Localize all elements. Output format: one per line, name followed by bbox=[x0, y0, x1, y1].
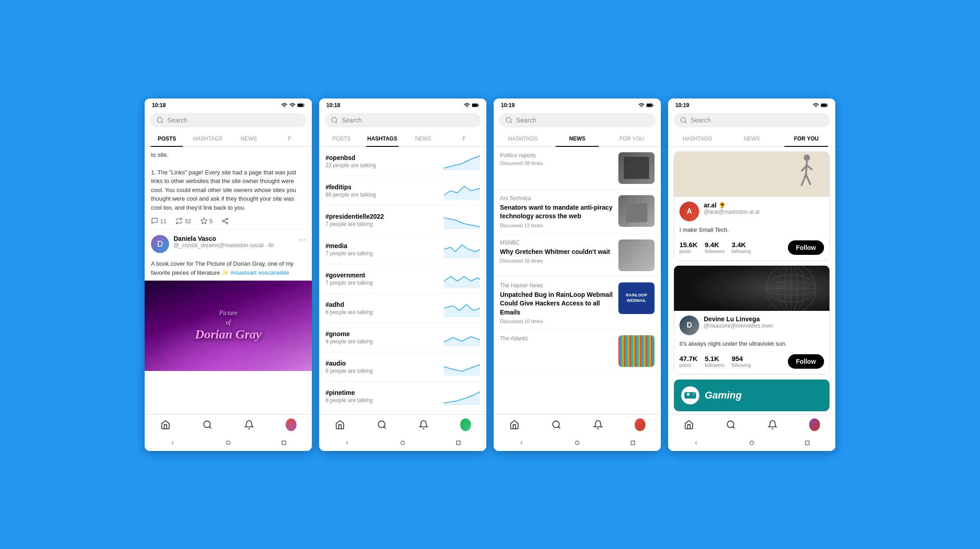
recent-btn-4[interactable] bbox=[803, 438, 812, 447]
news-info-atlantic: The Atlantic bbox=[500, 335, 614, 343]
tab-foryou-3[interactable]: FOR YOU bbox=[604, 131, 659, 146]
nav-home-1[interactable] bbox=[160, 419, 171, 430]
repost-count: 32 bbox=[184, 218, 191, 225]
tab-foryou-4[interactable]: FOR YOU bbox=[779, 131, 834, 146]
nav-avatar-2[interactable] bbox=[460, 419, 471, 430]
hashtag-name-media: #media bbox=[325, 242, 439, 249]
more-button-1[interactable]: ··· bbox=[299, 235, 306, 244]
search-icon-4 bbox=[680, 117, 687, 124]
tab-posts-1[interactable]: POSTS bbox=[146, 131, 188, 146]
repost-action[interactable]: 32 bbox=[175, 217, 191, 225]
nav-search-2[interactable] bbox=[377, 419, 387, 430]
nav-home-3[interactable] bbox=[509, 419, 520, 430]
home-btn-3[interactable] bbox=[573, 438, 582, 447]
nav-bell-2[interactable] bbox=[418, 419, 429, 430]
search-bar-2[interactable]: Search bbox=[325, 113, 481, 127]
home-btn-1[interactable] bbox=[224, 438, 233, 447]
post-actions-1: 11 32 5 bbox=[145, 216, 312, 229]
search-bar-1[interactable]: Search bbox=[150, 113, 306, 127]
tab-foryou-2[interactable]: F bbox=[444, 131, 485, 146]
nav-bell-4[interactable] bbox=[767, 419, 778, 430]
content-4: A ar.al 🌻 @aral@mastodon.ar.al I make Sm… bbox=[668, 147, 835, 414]
hashtag-item-audio[interactable]: #audio 6 people are talking bbox=[319, 352, 486, 382]
nav-bell-1[interactable] bbox=[244, 419, 254, 430]
news-discussed-msnbc: Discussed 26 times bbox=[500, 258, 614, 263]
news-item-arstechnica[interactable]: Ars Technica Senators want to mandate an… bbox=[494, 190, 661, 234]
news-item-msnbc[interactable]: MSNBC Why Gretchen Whitmer couldn't wait… bbox=[494, 234, 661, 277]
svg-point-20 bbox=[553, 421, 560, 427]
nav-home-2[interactable] bbox=[335, 419, 345, 430]
nav-avatar-4[interactable] bbox=[809, 419, 820, 430]
tab-news-3[interactable]: NEWS bbox=[550, 131, 605, 146]
follow-button-aral[interactable]: Follow bbox=[788, 240, 824, 255]
nav-bell-3[interactable] bbox=[593, 419, 603, 430]
recent-btn-2[interactable] bbox=[454, 438, 463, 447]
hashtag-item-presidentielle[interactable]: #presidentielle2022 7 people are talking bbox=[319, 206, 486, 235]
nav-search-4[interactable] bbox=[726, 419, 736, 430]
tab-hashtags-1[interactable]: HASHTAGS bbox=[188, 131, 229, 146]
home-btn-2[interactable] bbox=[398, 438, 407, 447]
tab-foryou-1[interactable]: F bbox=[269, 131, 311, 146]
hashtag-item-adhd[interactable]: #adhd 6 people are talking bbox=[319, 294, 486, 323]
svg-line-26 bbox=[806, 161, 807, 174]
tab-posts-2[interactable]: POSTS bbox=[321, 131, 362, 146]
stat-followers-value-aral: 9.4K bbox=[705, 241, 724, 249]
tab-news-4[interactable]: NEWS bbox=[725, 131, 779, 146]
hashtag-item-government[interactable]: #government 7 people are talking bbox=[319, 264, 486, 294]
back-btn-3[interactable] bbox=[517, 438, 526, 447]
repost-icon bbox=[175, 217, 183, 225]
search-bar-3[interactable]: Search bbox=[499, 113, 655, 127]
nav-home-4[interactable] bbox=[683, 419, 694, 430]
search-icon-2 bbox=[331, 117, 338, 124]
nav-avatar-3[interactable] bbox=[635, 419, 645, 430]
search-bar-4[interactable]: Search bbox=[674, 113, 830, 127]
recent-square-1 bbox=[282, 441, 286, 445]
status-time-1: 10:18 bbox=[152, 102, 166, 108]
chart-government bbox=[444, 270, 480, 288]
back-btn-4[interactable] bbox=[692, 438, 701, 447]
back-btn-2[interactable] bbox=[343, 438, 352, 447]
home-circle-2 bbox=[400, 441, 405, 445]
bell-icon-4 bbox=[768, 420, 777, 430]
search-nav-icon-2 bbox=[377, 420, 387, 430]
search-placeholder-4: Search bbox=[691, 117, 711, 124]
hashtag-item-gnome[interactable]: #gnome 9 people are talking bbox=[319, 323, 486, 352]
hashtag-info-gnome: #gnome 9 people are talking bbox=[325, 330, 439, 345]
nav-avatar-1[interactable] bbox=[286, 419, 297, 430]
nav-search-1[interactable] bbox=[202, 419, 213, 430]
tab-hashtags-4[interactable]: HASHTAGS bbox=[670, 131, 725, 146]
home-btn-4[interactable] bbox=[747, 438, 756, 447]
status-icons-2 bbox=[464, 102, 479, 108]
tab-hashtags-2[interactable]: HASHTAGS bbox=[362, 131, 403, 146]
hashtag-mastoart[interactable]: #mastoart bbox=[231, 269, 257, 276]
back-btn-1[interactable] bbox=[168, 438, 177, 447]
tab-news-2[interactable]: NEWS bbox=[403, 131, 444, 146]
hashtag-oscarwilde[interactable]: #oscarwilde bbox=[258, 269, 289, 276]
stat-posts-value-devine: 47.7K bbox=[679, 355, 697, 362]
home-circle-4 bbox=[749, 441, 754, 445]
tabs-3: HASHTAGS NEWS FOR YOU bbox=[494, 131, 661, 147]
news-title-arstechnica: Senators want to mandate anti-piracy tec… bbox=[500, 203, 614, 221]
chart-media bbox=[444, 240, 480, 258]
hashtag-item-pinetime[interactable]: #pinetime 6 people are talking bbox=[319, 382, 486, 411]
comment-action[interactable]: 11 bbox=[151, 217, 166, 225]
news-item-atlantic[interactable]: The Atlantic bbox=[494, 330, 661, 373]
news-item-hackernews[interactable]: The Hacker News Unpatched Bug in RainLoo… bbox=[494, 277, 661, 330]
star-action[interactable]: 5 bbox=[200, 217, 212, 225]
tab-news-1[interactable]: NEWS bbox=[228, 131, 269, 146]
search-nav-icon-4 bbox=[726, 420, 736, 430]
stat-following-devine: 954 following bbox=[731, 355, 751, 368]
status-bar-3: 10:19 bbox=[494, 99, 661, 110]
news-item-politico[interactable]: Politico reports Discussed 38 times bbox=[494, 147, 661, 190]
recent-btn-3[interactable] bbox=[628, 438, 637, 447]
status-icons-1 bbox=[281, 102, 305, 108]
hashtag-item-openbsd[interactable]: #openbsd 23 people are talking bbox=[319, 147, 486, 176]
follow-button-devine[interactable]: Follow bbox=[788, 354, 824, 369]
signal-icon bbox=[281, 102, 287, 108]
hashtag-item-feditips[interactable]: #feditips 86 people are talking bbox=[319, 176, 486, 206]
recent-btn-1[interactable] bbox=[279, 438, 288, 447]
nav-search-3[interactable] bbox=[551, 419, 562, 430]
tab-hashtags-3[interactable]: HASHTAGS bbox=[495, 131, 550, 146]
hashtag-item-media[interactable]: #media 7 people are talking bbox=[319, 235, 486, 264]
share-action[interactable] bbox=[221, 217, 229, 225]
